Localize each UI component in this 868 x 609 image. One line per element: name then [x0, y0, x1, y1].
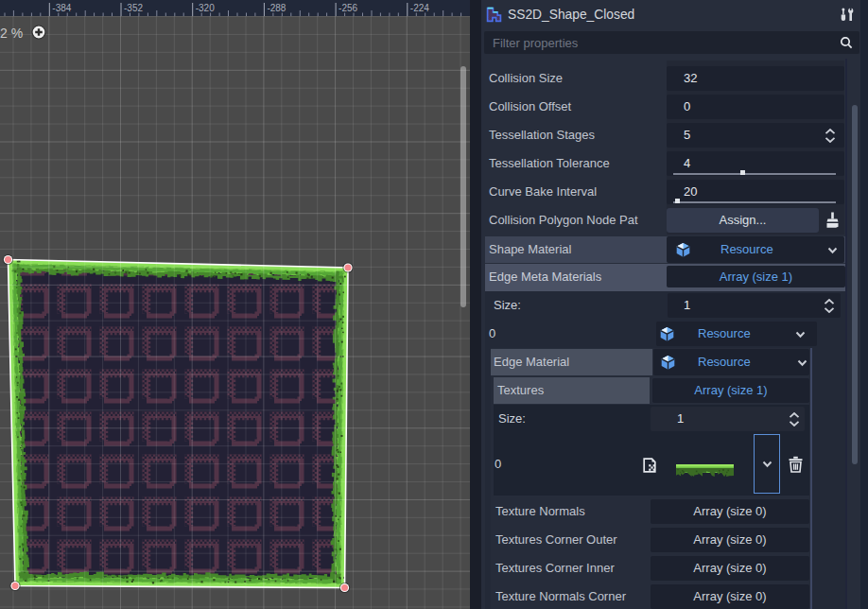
svg-text:-320: -320: [196, 3, 215, 13]
svg-text:-288: -288: [267, 3, 286, 13]
svg-text:-352: -352: [124, 3, 143, 13]
svg-text:-256: -256: [339, 3, 357, 13]
svg-text:-224: -224: [410, 3, 429, 13]
svg-text:-384: -384: [52, 3, 71, 13]
